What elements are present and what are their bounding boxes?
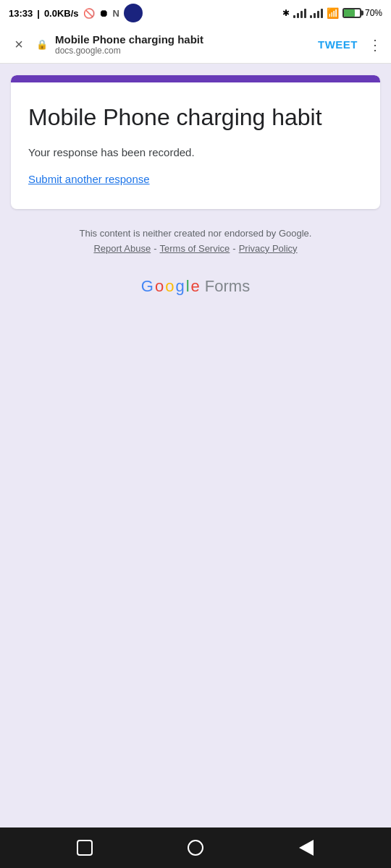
back-button[interactable] [295, 836, 318, 859]
response-recorded-text: Your response has been recorded. [28, 146, 363, 158]
more-options-button[interactable]: ⋮ [368, 36, 382, 54]
recent-apps-button[interactable] [73, 836, 96, 859]
form-card: Mobile Phone charging habit Your respons… [11, 75, 380, 209]
time: 13:33 [9, 8, 33, 19]
avatar [124, 4, 143, 22]
report-abuse-link[interactable]: Report Abuse [93, 242, 151, 257]
footer-links: Report Abuse - Terms of Service - Privac… [80, 242, 312, 257]
footer-disclaimer: This content is neither created nor endo… [80, 226, 312, 242]
lock-icon: 🔒 [36, 39, 48, 50]
signal-bar [310, 15, 312, 18]
battery-fill [344, 9, 355, 17]
network-speed-value: 0.0KB/s [44, 8, 79, 19]
logo-g: G [141, 277, 154, 296]
back-icon [299, 840, 314, 856]
tweet-button[interactable]: TWEET [318, 38, 358, 51]
browser-bar: × 🔒 Mobile Phone charging habit docs.goo… [0, 26, 391, 64]
logo-o1: o [155, 277, 164, 296]
browser-url-area: Mobile Phone charging habit docs.google.… [55, 33, 311, 56]
footer: This content is neither created nor endo… [80, 226, 312, 257]
logo-e: e [191, 277, 200, 296]
battery-percent: 70% [365, 8, 382, 18]
status-right-icons: ✱ 📶 70% [282, 7, 382, 19]
signal-bar [300, 11, 303, 18]
signal-bars-2 [310, 8, 323, 18]
home-button[interactable] [184, 836, 207, 859]
signal-bar [297, 13, 299, 18]
signal-bar [304, 9, 306, 18]
signal-bar [314, 13, 316, 18]
network-speed: | [37, 8, 40, 19]
sim-icon: ⏺ [99, 8, 109, 19]
separator-1: - [154, 242, 156, 257]
signal-icon: 🚫 [83, 8, 95, 19]
bottom-nav [0, 827, 391, 868]
home-icon [188, 840, 203, 856]
browser-actions: TWEET ⋮ [318, 36, 382, 54]
form-card-body: Mobile Phone charging habit Your respons… [11, 82, 380, 209]
signal-bar [317, 11, 319, 18]
close-button[interactable]: × [9, 35, 29, 55]
privacy-policy-link[interactable]: Privacy Policy [239, 242, 298, 257]
recent-apps-icon [77, 840, 93, 856]
signal-bar [293, 15, 295, 18]
forms-text: Forms [205, 277, 250, 296]
bluetooth-icon: ✱ [282, 8, 290, 18]
status-bar: 13:33 | 0.0KB/s 🚫 ⏺ N ✱ 📶 70% [0, 0, 391, 26]
submit-another-link[interactable]: Submit another response [28, 173, 150, 185]
browser-url: docs.google.com [55, 46, 311, 56]
google-forms-logo: G o o g l e Forms [141, 277, 250, 296]
form-title: Mobile Phone charging habit [28, 103, 363, 132]
nfc-icon: N [113, 8, 119, 19]
battery-icon [342, 8, 361, 18]
signal-bars-1 [293, 8, 306, 18]
main-content: Mobile Phone charging habit Your respons… [0, 64, 391, 827]
logo-g2: g [175, 277, 184, 296]
terms-of-service-link[interactable]: Terms of Service [160, 242, 230, 257]
signal-bar [321, 9, 323, 18]
logo-o2: o [165, 277, 174, 296]
browser-title: Mobile Phone charging habit [55, 33, 311, 46]
wifi-icon: 📶 [327, 7, 339, 19]
logo-l: l [186, 277, 190, 296]
separator-2: - [232, 242, 235, 257]
status-time-network: 13:33 | 0.0KB/s 🚫 ⏺ N [9, 4, 143, 22]
form-card-top-bar [11, 75, 380, 82]
